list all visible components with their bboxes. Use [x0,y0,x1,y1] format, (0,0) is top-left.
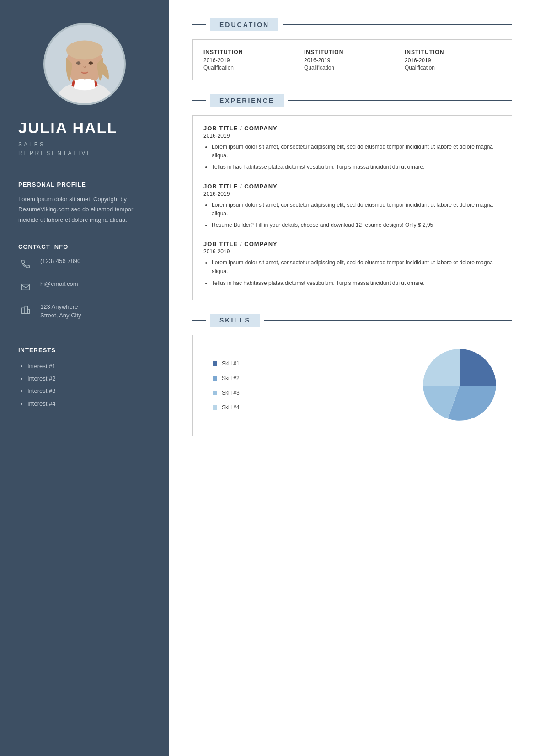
skill-dot-2 [213,376,217,381]
education-box: INSTITUTION 2016-2019 Qualification INST… [192,39,512,80]
skill-item-1: Skill #1 [213,360,409,367]
contact-email-item: hi@email.com [18,279,151,294]
svg-point-6 [89,61,93,65]
exp-job-title-2: JOB TITLE / COMPANY [203,183,501,190]
experience-box: JOB TITLE / COMPANY 2016-2019 Lorem ipsu… [192,115,512,300]
address-icon [18,302,33,317]
edu-institution-3: INSTITUTION [405,49,501,55]
edu-item-1: INSTITUTION 2016-2019 Qualification [203,49,300,71]
exp-entry-2: JOB TITLE / COMPANY 2016-2019 Lorem ipsu… [203,183,501,230]
skill-dot-4 [213,405,217,410]
exp-bullet-3-1: Lorem ipsum dolor sit amet, consectetur … [212,258,501,276]
skill-label-4: Skill #4 [222,404,240,411]
interests-list: Interest #1 Interest #2 Interest #3 Inte… [18,360,151,410]
sidebar: JULIA HALL SALES REPRESENTATIVE PERSONAL… [0,0,169,756]
exp-bullet-1-2: Tellus in hac habitasse platea dictumst … [212,163,501,172]
edu-qualification-1: Qualification [203,64,300,71]
skill-label-2: Skill #2 [222,375,240,381]
exp-bullet-2-2: Resume Builder? Fill in your details, ch… [212,221,501,230]
skills-legend: Skill #1 Skill #2 Skill #3 Skill #4 [203,360,409,411]
svg-rect-12 [28,309,30,313]
skills-title: SKILLS [210,314,260,327]
person-name: JULIA HALL [18,119,151,137]
education-line-left [192,24,206,25]
skills-line-right [264,320,512,321]
exp-bullet-1-1: Lorem ipsum dolor sit amet, consectetur … [212,143,501,160]
exp-bullets-2: Lorem ipsum dolor sit amet, consectetur … [203,201,501,230]
contact-address-item: 123 Anywhere Street, Any City [18,302,151,320]
email-icon [18,279,33,294]
skill-item-2: Skill #2 [213,375,409,381]
skills-section: SKILLS Skill #1 Skill #2 [192,314,512,436]
svg-rect-10 [22,308,25,313]
avatar [43,23,126,105]
exp-bullet-2-1: Lorem ipsum dolor sit amet, consectetur … [212,201,501,218]
interest-item-3: Interest #3 [27,385,151,397]
exp-job-title-3: JOB TITLE / COMPANY [203,241,501,247]
exp-entry-3: JOB TITLE / COMPANY 2016-2019 Lorem ipsu… [203,241,501,288]
skill-label-3: Skill #3 [222,390,240,396]
education-title: EDUCATION [210,18,278,31]
contact-address-text: 123 Anywhere Street, Any City [40,302,81,320]
skills-content: Skill #1 Skill #2 Skill #3 Skill #4 [203,344,501,427]
svg-point-7 [76,61,81,65]
personal-profile-text: Lorem ipsum dolor sit amet, Copyright by… [18,194,151,225]
edu-item-2: INSTITUTION 2016-2019 Qualification [304,49,400,71]
svg-rect-8 [22,284,30,290]
name-area: JULIA HALL SALES REPRESENTATIVE [0,119,169,158]
interest-item-2: Interest #2 [27,372,151,385]
exp-entry-1: JOB TITLE / COMPANY 2016-2019 Lorem ipsu… [203,125,501,172]
personal-profile-section: PERSONAL PROFILE Lorem ipsum dolor sit a… [0,181,169,225]
experience-header: EXPERIENCE [192,94,512,107]
svg-rect-9 [23,283,29,284]
education-line-right [283,24,512,25]
contact-email-text: hi@email.com [40,279,78,289]
personal-profile-heading: PERSONAL PROFILE [18,181,151,188]
skill-item-3: Skill #3 [213,390,409,396]
education-grid: INSTITUTION 2016-2019 Qualification INST… [203,49,501,71]
divider [18,172,110,172]
exp-bullet-3-2: Tellus in hac habitasse platea dictumst … [212,279,501,288]
experience-section: EXPERIENCE JOB TITLE / COMPANY 2016-2019… [192,94,512,300]
edu-years-2: 2016-2019 [304,57,400,64]
experience-line-left [192,100,206,101]
experience-line-right [288,100,512,101]
skill-dot-3 [213,391,217,395]
photo-area [43,23,126,105]
skill-dot-1 [213,361,217,366]
edu-years-3: 2016-2019 [405,57,501,64]
exp-job-title-1: JOB TITLE / COMPANY [203,125,501,132]
svg-point-4 [66,40,103,59]
interest-item-1: Interest #1 [27,360,151,372]
exp-bullets-3: Lorem ipsum dolor sit amet, consectetur … [203,258,501,288]
edu-qualification-3: Qualification [405,64,501,71]
exp-years-2: 2016-2019 [203,191,501,197]
interest-item-4: Interest #4 [27,397,151,410]
contact-info-section: CONTACT INFO (123) 456 7890 [0,243,169,328]
contact-info-heading: CONTACT INFO [18,243,151,250]
resume-container: JULIA HALL SALES REPRESENTATIVE PERSONAL… [0,0,535,756]
interests-heading: INTERESTS [18,347,151,354]
skills-box: Skill #1 Skill #2 Skill #3 Skill #4 [192,335,512,436]
edu-institution-1: INSTITUTION [203,49,300,55]
skills-line-left [192,320,206,321]
edu-institution-2: INSTITUTION [304,49,400,55]
exp-bullets-1: Lorem ipsum dolor sit amet, consectetur … [203,143,501,172]
skills-pie-chart [418,344,501,427]
skill-label-1: Skill #1 [222,360,240,367]
contact-phone-text: (123) 456 7890 [40,257,80,266]
experience-title: EXPERIENCE [210,94,284,107]
interests-section: INTERESTS Interest #1 Interest #2 Intere… [0,347,169,410]
skills-header: SKILLS [192,314,512,327]
edu-years-1: 2016-2019 [203,57,300,64]
exp-years-1: 2016-2019 [203,133,501,139]
edu-qualification-2: Qualification [304,64,400,71]
contact-phone-item: (123) 456 7890 [18,257,151,271]
person-title: SALES REPRESENTATIVE [18,140,151,158]
exp-years-3: 2016-2019 [203,248,501,255]
main-content: EDUCATION INSTITUTION 2016-2019 Qualific… [169,0,535,756]
edu-item-3: INSTITUTION 2016-2019 Qualification [405,49,501,71]
phone-icon [18,257,33,271]
skill-item-4: Skill #4 [213,404,409,411]
education-header: EDUCATION [192,18,512,31]
